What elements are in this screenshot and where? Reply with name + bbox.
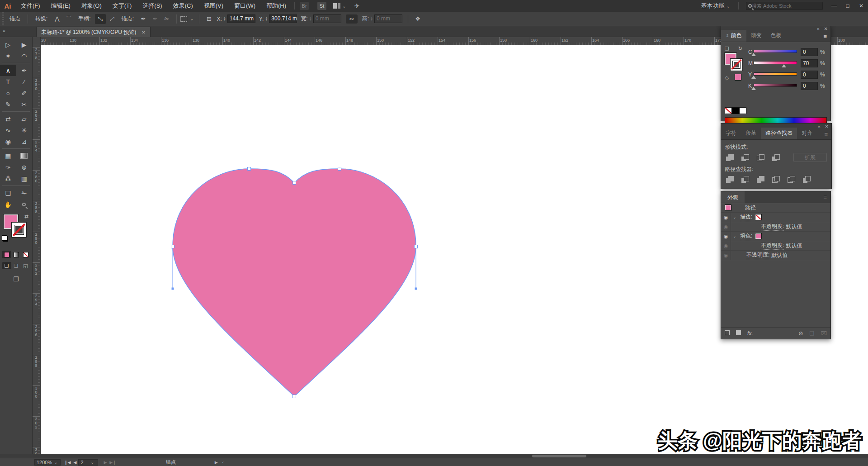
mesh-tool[interactable]: ▦ <box>0 150 16 162</box>
none-swatch[interactable] <box>725 107 732 114</box>
minus-back-button[interactable] <box>802 175 811 183</box>
crop-button[interactable] <box>771 175 781 183</box>
menu-view[interactable]: 视图(V) <box>198 0 229 12</box>
status-back-icon[interactable]: ‹ <box>222 460 224 465</box>
draw-behind-button[interactable]: ❏ <box>12 262 21 269</box>
isolate-selection-icon[interactable] <box>180 16 187 22</box>
exclude-button[interactable] <box>771 153 781 162</box>
appearance-row-object-opacity[interactable]: ◉ 不透明度: 默认值 <box>721 251 830 260</box>
chevron-down-icon[interactable]: ⌄ <box>342 4 346 9</box>
transform-icon[interactable]: ❖ <box>412 14 423 24</box>
out-of-gamut-icon[interactable]: ◇ <box>725 75 729 81</box>
workspace-layout-icon[interactable] <box>333 3 340 9</box>
black-swatch[interactable] <box>732 107 739 114</box>
draw-normal-button[interactable]: ❏ <box>2 262 11 269</box>
stock-search[interactable] <box>746 2 823 10</box>
default-fill-stroke-icon[interactable] <box>2 235 7 241</box>
tab-pathfinder[interactable]: 路径查找器 <box>761 128 797 139</box>
panel-grip[interactable] <box>2 12 4 26</box>
shape-builder-tool[interactable]: ◉ <box>0 136 16 147</box>
visibility-eye-icon[interactable]: ◉ <box>721 222 731 231</box>
shaper-tool[interactable]: ✎ <box>0 99 16 110</box>
divide-button[interactable] <box>725 175 735 183</box>
anchor-point[interactable] <box>248 167 251 171</box>
paint-none-button[interactable] <box>21 251 30 258</box>
opacity-label[interactable]: 不透明度: <box>761 223 784 231</box>
prev-artboard-icon[interactable]: ◀ <box>73 460 76 465</box>
paint-gradient-button[interactable] <box>12 251 20 258</box>
menu-object[interactable]: 对象(O) <box>76 0 107 12</box>
stroke-label[interactable]: 描边: <box>740 213 752 221</box>
draw-inside-button[interactable]: ◱ <box>21 262 30 269</box>
swap-fill-stroke-icon[interactable]: ⇄ <box>24 214 28 219</box>
collapse-panel-icon[interactable]: « <box>817 26 820 31</box>
document-tab[interactable]: 未标题-1* @ 1200% (CMYK/GPU 预览) ✕ <box>36 27 151 37</box>
convert-to-corner-button[interactable]: ⋀ <box>52 14 62 24</box>
cyan-track[interactable] <box>754 50 797 53</box>
show-handles-button[interactable]: ⤡ <box>95 14 106 24</box>
line-tool[interactable]: ∕ <box>16 76 33 87</box>
cyan-thumb[interactable] <box>751 53 756 56</box>
duplicate-icon[interactable]: ❏ <box>725 46 729 52</box>
yellow-track[interactable] <box>754 72 797 76</box>
menu-effect[interactable]: 效果(C) <box>168 0 198 12</box>
status-flyout-icon[interactable]: ▶ <box>215 460 218 465</box>
tab-paragraph[interactable]: 段落 <box>741 128 761 139</box>
pen-tool[interactable]: ✒ <box>16 65 33 76</box>
x-field[interactable]: 144.7 mm <box>227 14 255 23</box>
stroke-proxy[interactable] <box>731 59 742 71</box>
reflect-tool[interactable]: ⇄ <box>0 113 16 124</box>
black-thumb[interactable] <box>751 87 756 90</box>
selection-tool[interactable]: ▷ <box>0 39 16 50</box>
black-track[interactable] <box>754 84 797 87</box>
chevron-down-icon[interactable]: ⌄ <box>190 16 193 21</box>
opacity-label[interactable]: 不透明度: <box>761 242 784 250</box>
workspace-switcher[interactable]: 基本功能 ⌄ <box>698 2 736 10</box>
gradient-tool[interactable] <box>16 150 33 162</box>
artboard-number-select[interactable]: 2 ⌄ <box>78 459 98 466</box>
blend-tool[interactable]: ⊚ <box>16 162 33 173</box>
paintbrush-tool[interactable]: ✐ <box>16 87 33 99</box>
y-field[interactable]: 300.714 mm <box>269 14 297 23</box>
direct-selection-tool[interactable]: ▶ <box>16 39 33 50</box>
first-artboard-icon[interactable]: ❙◀ <box>64 460 71 465</box>
search-input[interactable] <box>752 3 811 9</box>
chevron-down-icon[interactable]: ⌄ <box>731 215 738 219</box>
appearance-row-path[interactable]: 路径 <box>721 203 830 213</box>
magenta-thumb[interactable] <box>782 64 786 67</box>
maximize-button[interactable]: □ <box>841 0 854 12</box>
tab-align[interactable]: 对齐 <box>797 128 817 139</box>
stock-button[interactable]: St <box>317 2 326 10</box>
share-icon[interactable]: ✈ <box>354 2 359 10</box>
hide-handles-button[interactable]: ⤢ <box>107 14 118 24</box>
magenta-value[interactable]: 70 <box>801 59 818 67</box>
stroke-swatch[interactable] <box>12 223 26 237</box>
perspective-grid-tool[interactable]: ⊿ <box>16 136 33 147</box>
menu-window[interactable]: 窗口(W) <box>229 0 261 12</box>
tab-gradient[interactable]: 渐变 <box>746 30 766 42</box>
anchor-point[interactable] <box>338 167 341 171</box>
intersect-button[interactable] <box>755 153 765 162</box>
yellow-thumb[interactable] <box>751 76 756 79</box>
constrain-proportions-icon[interactable]: ∾ <box>346 14 358 24</box>
swap-colors-icon[interactable]: ↻ <box>738 46 742 52</box>
heart-shape[interactable] <box>173 169 416 396</box>
visibility-eye-icon[interactable]: ◉ <box>721 232 731 241</box>
collapse-panel-icon[interactable]: « <box>818 124 821 129</box>
panel-menu-icon[interactable]: ≡ <box>820 191 830 203</box>
appearance-row-stroke[interactable]: ◉ ⌄ 描边: <box>721 213 830 222</box>
clear-appearance-icon[interactable]: ⊘ <box>798 330 803 337</box>
appearance-row-fill-opacity[interactable]: ◉ 不透明度: 默认值 <box>721 241 830 251</box>
new-fill-button[interactable] <box>736 330 741 337</box>
hand-tool[interactable]: ✋ <box>0 199 16 210</box>
bridge-button[interactable]: Br <box>300 2 309 10</box>
tab-appearance[interactable]: 外观 <box>721 191 745 203</box>
menu-file[interactable]: 文件(F) <box>15 0 46 12</box>
minimize-button[interactable]: — <box>827 0 841 12</box>
magic-wand-tool[interactable]: ✶ <box>0 50 16 62</box>
anchor-point[interactable] <box>293 395 296 398</box>
type-tool[interactable]: T <box>0 76 16 87</box>
unite-button[interactable] <box>725 153 735 162</box>
anchor-point[interactable] <box>415 245 418 248</box>
close-panel-icon[interactable]: ✕ <box>824 26 828 31</box>
